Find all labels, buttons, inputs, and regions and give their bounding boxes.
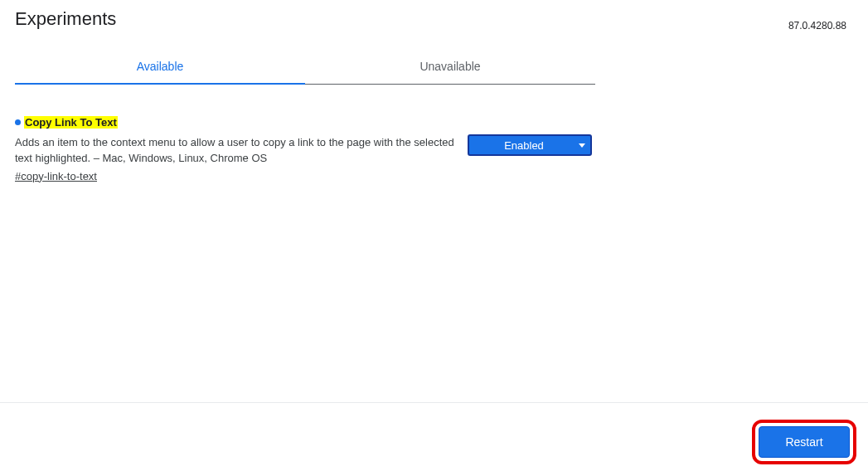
- flag-row: Copy Link To Text Adds an item to the co…: [15, 116, 853, 183]
- flag-state-select[interactable]: Default Enabled Disabled: [468, 134, 592, 156]
- flag-id-link[interactable]: #copy-link-to-text: [15, 170, 97, 182]
- tab-unavailable[interactable]: Unavailable: [305, 51, 595, 85]
- tab-available[interactable]: Available: [15, 51, 305, 85]
- version-label: 87.0.4280.88: [788, 8, 853, 32]
- modified-indicator-icon: [15, 119, 21, 125]
- flag-title: Copy Link To Text: [24, 116, 118, 129]
- restart-highlight: Restart: [752, 420, 856, 464]
- footer-bar: Restart: [0, 402, 868, 476]
- flag-description: Adds an item to the context menu to allo…: [15, 135, 463, 167]
- restart-button[interactable]: Restart: [759, 426, 850, 458]
- page-title: Experiments: [15, 8, 116, 30]
- tabs-bar: Available Unavailable: [15, 51, 595, 85]
